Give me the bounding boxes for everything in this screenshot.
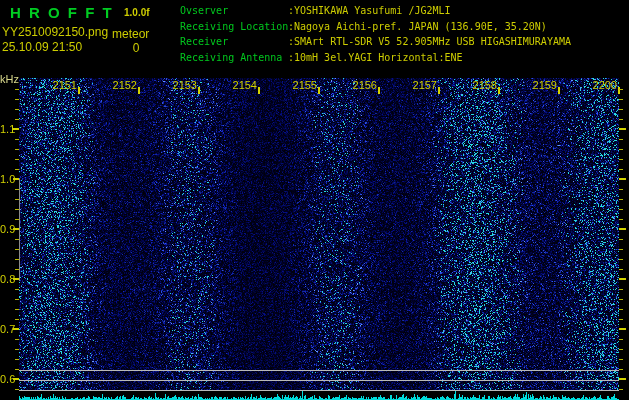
mode-label: meteor (112, 27, 149, 41)
freq-minor-tick (619, 169, 623, 170)
info-row: Receiving Location:Nagoya Aichi-pref. JA… (180, 19, 625, 35)
app-title: H R O F F T (10, 4, 114, 21)
freq-minor-tick (15, 339, 19, 340)
freq-minor-tick (15, 149, 19, 150)
freq-minor-tick (15, 309, 19, 310)
time-tick (78, 87, 80, 94)
freq-minor-tick (15, 169, 19, 170)
info-label: Receiving Location (180, 19, 288, 35)
freq-minor-tick (619, 349, 623, 350)
freq-minor-tick (619, 119, 623, 120)
freq-major-tick (619, 378, 626, 380)
freq-major-tick (13, 178, 19, 180)
freq-minor-tick (619, 389, 623, 390)
freq-minor-tick (15, 369, 19, 370)
freq-minor-tick (15, 199, 19, 200)
freq-minor-tick (619, 109, 623, 110)
time-tick-label: 2155 (287, 79, 317, 91)
freq-minor-tick (15, 159, 19, 160)
freq-major-tick (619, 178, 626, 180)
freq-minor-tick (15, 109, 19, 110)
freq-minor-tick (15, 269, 19, 270)
freq-tick-label: 0.9 (0, 223, 13, 236)
grid-line-horizontal (19, 370, 619, 371)
freq-minor-tick (619, 369, 623, 370)
freq-major-tick (619, 278, 626, 280)
info-value: :10mH 3el.YAGI Horizontal:ENE (288, 52, 463, 63)
freq-minor-tick (15, 99, 19, 100)
datetime-label: 25.10.09 21:50 (2, 40, 82, 54)
freq-major-tick (13, 278, 19, 280)
freq-major-tick (619, 228, 626, 230)
freq-minor-tick (15, 389, 19, 390)
freq-minor-tick (619, 209, 623, 210)
freq-minor-tick (619, 289, 623, 290)
time-tick (138, 87, 140, 94)
freq-tick-label: 1.0 (0, 173, 13, 186)
freq-tick-label: 1.1 (0, 123, 13, 136)
freq-minor-tick (619, 239, 623, 240)
time-tick-label: 2151 (47, 79, 77, 91)
observer-info-block: Ovserver:YOSHIKAWA Yasufumi /JG2MLIRecei… (180, 3, 625, 71)
info-label: Receiving Antenna (180, 50, 288, 66)
freq-minor-tick (15, 119, 19, 120)
freq-minor-tick (15, 139, 19, 140)
time-tick (198, 87, 200, 94)
freq-minor-tick (619, 339, 623, 340)
freq-minor-tick (619, 159, 623, 160)
freq-major-tick (619, 128, 626, 130)
app-version: 1.0.0f (124, 7, 150, 18)
freq-minor-tick (619, 359, 623, 360)
info-row: Receiving Antenna:10mH 3el.YAGI Horizont… (180, 50, 625, 66)
info-value: :SMArt RTL-SDR V5 52.905MHz USB HIGASHIM… (288, 36, 571, 47)
time-tick-label: 2152 (107, 79, 137, 91)
freq-minor-tick (15, 289, 19, 290)
info-label: Ovserver (180, 3, 288, 19)
time-tick-label: 2159 (527, 79, 557, 91)
freq-minor-tick (619, 199, 623, 200)
info-label: Receiver (180, 34, 288, 50)
freq-major-tick (13, 378, 19, 380)
time-tick-label: 2153 (167, 79, 197, 91)
freq-minor-tick (15, 249, 19, 250)
freq-major-tick (619, 328, 626, 330)
freq-minor-tick (15, 299, 19, 300)
freq-major-tick (13, 128, 19, 130)
info-row: Receiver:SMArt RTL-SDR V5 52.905MHz USB … (180, 34, 625, 50)
time-tick (318, 87, 320, 94)
filename-label: YY2510092150.png (2, 25, 108, 39)
time-tick-label: 2157 (407, 79, 437, 91)
info-value: :YOSHIKAWA Yasufumi /JG2MLI (288, 5, 451, 16)
meteor-count: 0 (126, 41, 146, 55)
freq-minor-tick (15, 219, 19, 220)
grid-line-horizontal (19, 390, 619, 391)
time-tick (438, 87, 440, 94)
freq-major-tick (13, 228, 19, 230)
time-tick-label: 2200 (587, 79, 617, 91)
freq-minor-tick (619, 259, 623, 260)
freq-minor-tick (15, 349, 19, 350)
freq-minor-tick (15, 239, 19, 240)
freq-minor-tick (619, 189, 623, 190)
info-value: :Nagoya Aichi-pref. JAPAN (136.90E, 35.2… (288, 21, 547, 32)
freq-tick-label: 0.7 (0, 323, 13, 336)
freq-minor-tick (15, 189, 19, 190)
freq-minor-tick (619, 219, 623, 220)
freq-minor-tick (619, 89, 623, 90)
freq-minor-tick (15, 319, 19, 320)
freq-minor-tick (619, 99, 623, 100)
freq-minor-tick (15, 359, 19, 360)
freq-minor-tick (619, 269, 623, 270)
time-tick-label: 2154 (227, 79, 257, 91)
freq-unit-label: kHz (0, 73, 19, 85)
freq-minor-tick (619, 319, 623, 320)
info-row: Ovserver:YOSHIKAWA Yasufumi /JG2MLI (180, 3, 625, 19)
freq-minor-tick (619, 139, 623, 140)
freq-minor-tick (619, 299, 623, 300)
freq-minor-tick (15, 259, 19, 260)
freq-tick-label: 0.8 (0, 273, 13, 286)
reference-line-vertical (19, 179, 20, 281)
time-tick (498, 87, 500, 94)
time-tick-label: 2156 (347, 79, 377, 91)
freq-minor-tick (15, 209, 19, 210)
